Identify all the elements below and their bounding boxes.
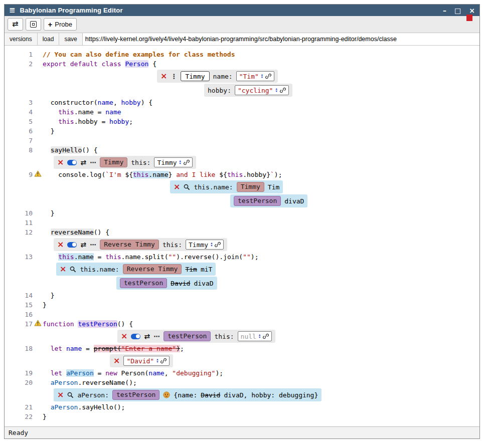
close-icon[interactable]: ×: [113, 357, 120, 365]
value-input[interactable]: "David"▴▾: [123, 356, 170, 366]
probe-value: David: [171, 280, 190, 287]
warning-icon[interactable]: [34, 319, 42, 329]
code-line[interactable]: 8 sayHello() {: [5, 145, 479, 155]
code-line[interactable]: 14 }: [5, 291, 479, 300]
code-token: aPerson: [51, 379, 78, 386]
code-token: name: [148, 369, 164, 377]
link-icon[interactable]: [263, 333, 269, 339]
spinner-icon[interactable]: ▴▾: [211, 242, 212, 247]
value-input[interactable]: Timmy▴▾: [186, 240, 224, 250]
magnifier-icon: [184, 184, 190, 190]
url-input[interactable]: https://lively-kernel.org/lively4/lively…: [83, 33, 479, 45]
close-icon[interactable]: ×: [57, 391, 64, 399]
line-number: 21: [5, 402, 33, 412]
code-line[interactable]: 19 let aPerson = new Person(name, "debug…: [5, 368, 479, 378]
menu-icon[interactable]: ≡: [9, 7, 16, 14]
code-line[interactable]: 17function testPerson() {: [5, 319, 479, 329]
load-button[interactable]: load: [38, 33, 60, 45]
code-token: ${: [125, 171, 133, 178]
value-input[interactable]: "Tim"▴▾: [236, 71, 274, 81]
swap-icon[interactable]: ⇄: [80, 241, 86, 248]
link-icon[interactable]: [280, 87, 286, 93]
code-text: this.hobby = hobby;: [43, 117, 133, 126]
value-input[interactable]: Timmy▴▾: [154, 157, 192, 167]
spinner-icon[interactable]: ▴▾: [156, 358, 158, 363]
value-input[interactable]: null▴▾: [238, 331, 272, 341]
probe-example-badge: testPerson: [112, 390, 159, 400]
probe-values: Tim: [268, 183, 279, 191]
code-text: export default class Person {: [43, 59, 156, 69]
more-options-icon[interactable]: ⋯: [90, 159, 96, 166]
code-line[interactable]: 15}: [5, 300, 479, 310]
maximize-button[interactable]: □: [454, 7, 461, 14]
versions-button[interactable]: versions: [5, 33, 38, 45]
code-token: [43, 369, 51, 377]
code-text: console.log(`I'm ${this.name} and I like…: [43, 170, 282, 179]
close-icon[interactable]: ×: [57, 241, 64, 249]
code-line[interactable]: 12 reverseName() {: [5, 228, 479, 237]
migrate-button[interactable]: ⇄: [8, 18, 23, 31]
code-token: }: [43, 127, 54, 135]
code-line[interactable]: 20 aPerson.reverseName();: [5, 378, 479, 387]
code-line[interactable]: 18 let name = prompt("Enter a name");: [5, 344, 479, 353]
link-icon[interactable]: [184, 159, 190, 165]
spinner-icon[interactable]: ▴▾: [275, 88, 277, 93]
close-button[interactable]: ×: [469, 7, 475, 14]
close-icon[interactable]: ×: [174, 183, 180, 191]
gutter-warning-slot: [33, 412, 43, 421]
frame-button[interactable]: [26, 18, 41, 31]
drag-handle-icon[interactable]: ⋮: [171, 73, 177, 80]
example-toggle[interactable]: [67, 242, 77, 248]
link-icon[interactable]: [215, 242, 221, 248]
warning-icon[interactable]: [34, 170, 42, 179]
code-line[interactable]: 6 }: [5, 126, 479, 136]
code-line[interactable]: 3 constructor(name, hobby) {: [5, 98, 479, 107]
example-toggle[interactable]: [67, 160, 77, 165]
code-line[interactable]: 16: [5, 310, 479, 319]
code-line[interactable]: 22}: [5, 412, 479, 421]
code-line[interactable]: 7: [5, 136, 479, 145]
example-toggle[interactable]: [131, 334, 140, 339]
spinner-icon[interactable]: ▴▾: [261, 74, 263, 79]
gutter-warning-slot: [33, 208, 43, 218]
spinner-icon[interactable]: ▴▾: [259, 334, 260, 339]
close-icon[interactable]: ×: [57, 158, 64, 166]
code-line[interactable]: 13 this.name = this.name.split("").rever…: [5, 252, 479, 262]
object-emoji-icon: [163, 391, 170, 398]
code-line[interactable]: 10 }: [5, 208, 479, 218]
swap-icon[interactable]: ⇄: [144, 333, 150, 340]
minimize-button[interactable]: –: [443, 7, 446, 14]
code-line[interactable]: 1// You can also define examples for cla…: [5, 50, 479, 59]
code-token: [43, 108, 58, 116]
probe-value: Tim: [268, 183, 279, 191]
close-icon[interactable]: ×: [160, 72, 167, 80]
save-button[interactable]: save: [59, 33, 82, 45]
code-editor[interactable]: 1// You can also define examples for cla…: [5, 46, 479, 426]
close-icon[interactable]: ×: [60, 265, 66, 273]
link-icon[interactable]: [160, 358, 167, 364]
code-line[interactable]: 11: [5, 218, 479, 228]
example-badge[interactable]: Reverse Timmy: [100, 240, 159, 250]
example-name-button[interactable]: Timmy: [181, 71, 209, 81]
value-input[interactable]: "cycling"▴▾: [235, 85, 289, 95]
more-options-icon[interactable]: ⋯: [153, 333, 160, 340]
code-line[interactable]: 9 console.log(`I'm ${this.name} and I li…: [5, 170, 479, 179]
code-line[interactable]: 4 this.name = name: [5, 107, 479, 117]
example-badge[interactable]: testPerson: [164, 331, 211, 341]
close-icon[interactable]: ×: [121, 332, 127, 340]
probe-widget: ×aPerson:testPerson{name:DaviddivaD, hob…: [54, 388, 321, 401]
link-icon[interactable]: [265, 73, 271, 79]
code-line[interactable]: 21 aPerson.sayHello();: [5, 402, 479, 412]
param-label: name:: [213, 73, 233, 80]
code-token: .hobby =: [74, 118, 109, 125]
code-line[interactable]: 5 this.hobby = hobby;: [5, 117, 479, 126]
swap-icon[interactable]: ⇄: [80, 159, 86, 166]
line-number: 7: [5, 136, 33, 145]
spinner-icon[interactable]: ▴▾: [180, 160, 181, 165]
add-probe-button[interactable]: + Probe: [44, 18, 77, 31]
more-options-icon[interactable]: ⋯: [90, 242, 96, 248]
example-badge[interactable]: Timmy: [100, 157, 127, 167]
magnifier-icon: [67, 392, 74, 398]
code-line[interactable]: 2export default class Person {: [5, 59, 479, 69]
widget-row: ×⇄⋯Reverse Timmythis:Timmy▴▾: [54, 238, 479, 251]
